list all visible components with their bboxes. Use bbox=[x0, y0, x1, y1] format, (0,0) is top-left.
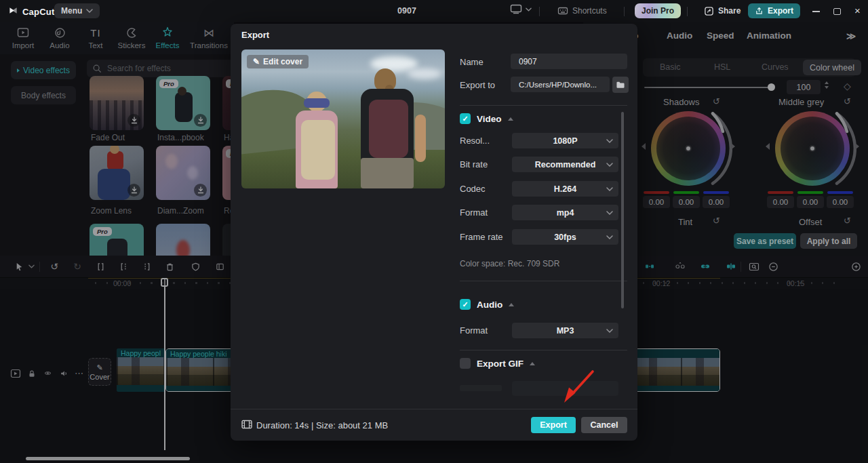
lock-track-button[interactable] bbox=[26, 367, 37, 379]
effect-thumbnail[interactable] bbox=[156, 224, 210, 256]
share-button[interactable]: Share bbox=[697, 3, 747, 18]
split-button[interactable] bbox=[95, 261, 106, 272]
green-value[interactable]: 0.00 bbox=[673, 196, 700, 208]
mask-button[interactable] bbox=[190, 261, 201, 272]
tab-transitions[interactable]: ⋈ Transitions bbox=[188, 26, 230, 49]
effects-search-bar[interactable] bbox=[87, 60, 234, 77]
playhead-handle[interactable] bbox=[161, 278, 168, 287]
wheel-luma-arc[interactable] bbox=[644, 104, 732, 193]
effect-thumbnail-diamond-zoom[interactable] bbox=[156, 146, 210, 200]
tab-text[interactable]: TI Text bbox=[79, 26, 112, 49]
wheel-right-arrow-icon[interactable] bbox=[731, 143, 735, 150]
audio-format-select[interactable]: MP3 bbox=[512, 323, 618, 338]
menu-button[interactable]: Menu bbox=[54, 3, 100, 18]
intensity-slider-thumb[interactable] bbox=[768, 83, 775, 91]
cover-button[interactable]: ✎ Cover bbox=[88, 358, 111, 386]
maximize-button[interactable] bbox=[833, 8, 841, 15]
save-as-preset-button[interactable]: Save as preset bbox=[734, 233, 796, 249]
effect-thumbnail[interactable]: Pro bbox=[90, 224, 144, 256]
timeline-zoom-in-button[interactable] bbox=[850, 261, 861, 272]
wheel-right-arrow-icon[interactable] bbox=[855, 143, 859, 150]
tab-import[interactable]: Import bbox=[7, 26, 39, 49]
timeline-zoom-out-button[interactable] bbox=[768, 261, 778, 272]
subtab-hsl[interactable]: HSL bbox=[714, 62, 730, 72]
effect-thumbnail-fade-out[interactable] bbox=[90, 76, 144, 130]
unlink-button[interactable] bbox=[675, 261, 686, 272]
expand-panel-icon[interactable]: ≫ bbox=[846, 31, 856, 41]
video-checkbox[interactable]: ✓ bbox=[460, 113, 471, 124]
wheel-luma-arc[interactable] bbox=[768, 104, 856, 193]
subtab-curves[interactable]: Curves bbox=[762, 62, 789, 72]
select-tool-button[interactable] bbox=[14, 261, 24, 272]
category-body-effects[interactable]: Body effects bbox=[11, 86, 76, 104]
minimize-button[interactable] bbox=[812, 11, 820, 12]
collapse-icon[interactable] bbox=[509, 303, 514, 306]
category-video-effects[interactable]: Video effects bbox=[11, 61, 76, 79]
wheel-left-arrow-icon[interactable] bbox=[642, 143, 646, 150]
name-input[interactable] bbox=[511, 54, 627, 69]
blue-value[interactable]: 0.00 bbox=[703, 196, 730, 208]
select-tool-dropdown[interactable] bbox=[26, 261, 37, 272]
layout-switch-button[interactable] bbox=[510, 4, 532, 14]
subtab-basic[interactable]: Basic bbox=[660, 62, 681, 72]
undo-button[interactable]: ↺ bbox=[49, 261, 60, 272]
hide-track-button[interactable] bbox=[42, 367, 54, 379]
export-gif-checkbox[interactable]: ✓ bbox=[460, 358, 471, 369]
intensity-slider[interactable] bbox=[644, 87, 773, 88]
search-input[interactable] bbox=[106, 63, 210, 74]
timeline-clip-1[interactable]: Happy peopl bbox=[117, 348, 165, 392]
framerate-select[interactable]: 30fps bbox=[512, 229, 618, 245]
intensity-value[interactable]: 100 bbox=[787, 80, 821, 94]
green-value[interactable]: 0.00 bbox=[797, 196, 824, 208]
export-path-input[interactable] bbox=[511, 77, 610, 92]
tab-effects[interactable]: Effects bbox=[151, 26, 184, 49]
more-options-button[interactable]: ⋯ bbox=[73, 367, 85, 379]
close-button[interactable]: × bbox=[854, 5, 861, 16]
preview-frame-button[interactable] bbox=[749, 261, 760, 272]
redo-button[interactable]: ↻ bbox=[72, 261, 83, 272]
delete-button[interactable] bbox=[164, 261, 175, 272]
collapse-icon[interactable] bbox=[530, 362, 535, 365]
overlay-button[interactable] bbox=[214, 261, 225, 272]
edit-cover-button[interactable]: ✎ Edit cover bbox=[247, 55, 309, 68]
join-pro-button[interactable]: Join Pro bbox=[635, 3, 681, 18]
export-button-topbar[interactable]: Export bbox=[748, 3, 800, 18]
split-right-button[interactable] bbox=[141, 261, 152, 272]
intensity-stepper[interactable] bbox=[825, 81, 829, 89]
browse-folder-button[interactable] bbox=[612, 77, 629, 93]
format-select[interactable]: mp4 bbox=[512, 205, 618, 220]
shortcuts-button[interactable]: Shortcuts bbox=[551, 3, 614, 18]
tab-stickers[interactable]: Stickers bbox=[113, 26, 151, 49]
link-button[interactable] bbox=[700, 261, 711, 272]
wheel-left-arrow-icon[interactable] bbox=[766, 143, 770, 150]
middle-grey-color-wheel[interactable] bbox=[775, 111, 850, 186]
tab-speed[interactable]: Speed bbox=[707, 31, 734, 41]
red-value[interactable]: 0.00 bbox=[643, 196, 670, 208]
reset-icon[interactable]: ↺ bbox=[713, 216, 720, 226]
codec-select[interactable]: H.264 bbox=[512, 181, 618, 197]
shadows-color-wheel[interactable] bbox=[651, 111, 726, 186]
timeline-horizontal-scrollbar[interactable] bbox=[26, 457, 190, 460]
snap-toggle-button[interactable] bbox=[644, 261, 655, 272]
tab-audio-inspector[interactable]: Audio bbox=[667, 31, 692, 41]
subtab-color-wheel[interactable]: Color wheel bbox=[803, 60, 861, 75]
export-confirm-button[interactable]: Export bbox=[531, 417, 576, 433]
effect-thumbnail-instapbook[interactable]: Pro bbox=[156, 76, 210, 130]
reset-icon[interactable]: ↺ bbox=[844, 216, 851, 226]
red-value[interactable]: 0.00 bbox=[767, 196, 794, 208]
tab-animation[interactable]: Animation bbox=[747, 31, 791, 41]
resolution-select[interactable]: 1080P bbox=[512, 133, 618, 148]
cancel-button[interactable]: Cancel bbox=[581, 417, 627, 433]
tab-audio[interactable]: Audio bbox=[43, 26, 76, 49]
effect-thumbnail-zoom-lens[interactable] bbox=[90, 146, 144, 200]
bitrate-select[interactable]: Recommended bbox=[512, 157, 618, 172]
split-left-button[interactable] bbox=[118, 261, 129, 272]
blue-value[interactable]: 0.00 bbox=[827, 196, 854, 208]
split-preview-button[interactable] bbox=[726, 261, 736, 272]
audio-checkbox[interactable]: ✓ bbox=[460, 299, 471, 310]
keyframe-diamond-icon[interactable]: ◇ bbox=[844, 81, 851, 92]
dialog-scrollbar[interactable] bbox=[621, 112, 624, 308]
playhead-line[interactable] bbox=[164, 279, 165, 450]
apply-to-all-button[interactable]: Apply to all bbox=[800, 233, 857, 249]
mute-track-button[interactable] bbox=[58, 367, 70, 379]
